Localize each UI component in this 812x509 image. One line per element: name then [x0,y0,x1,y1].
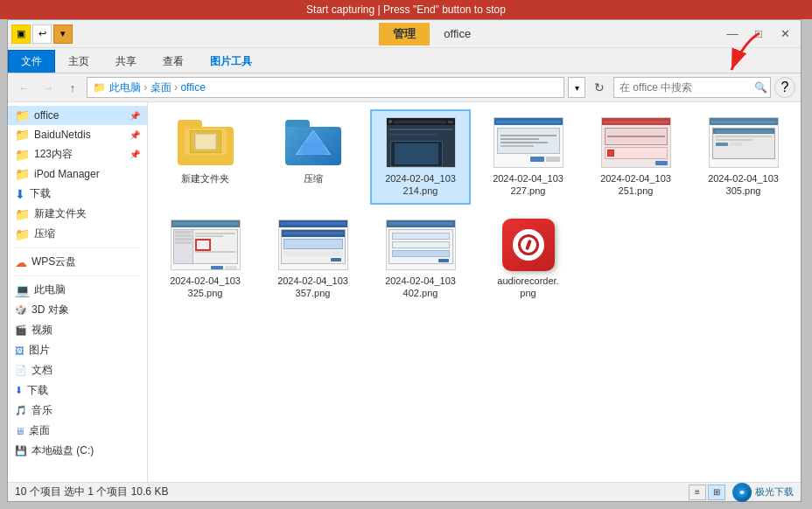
sidebar-item-download1[interactable]: ⬇ 下载 [8,184,147,204]
file-name: 2024-02-04_103357.png [277,275,348,300]
sidebar-label: 下载 [27,383,140,398]
sidebar-label: office [34,109,123,122]
back-button[interactable]: ← [13,77,34,98]
tab-view[interactable]: 查看 [150,50,197,73]
breadcrumb-pc[interactable]: 此电脑 [109,81,141,94]
folder-icon: 🎲 [15,304,27,316]
status-bar: 10 个项目 选中 1 个项目 10.6 KB ≡ ⊞ 极光下载 [8,482,801,501]
address-dropdown[interactable]: ▾ [568,77,585,98]
sidebar-item-download2[interactable]: ⬇ 下载 [8,380,147,401]
file-item-compress[interactable]: 压缩 [262,109,363,205]
sidebar-item-wps[interactable]: ☁ WPS云盘 [8,252,147,272]
title-btn-2[interactable]: ↩ [32,24,52,44]
file-thumbnail [278,219,348,271]
view-btn-grid[interactable]: ⊞ [708,485,725,500]
close-button[interactable]: ✕ [773,24,797,44]
folder-icon: 📁 [15,128,30,142]
folder-icon: 📁 [15,108,30,122]
sidebar-label: 视频 [32,323,140,338]
address-area: ← → ↑ 📁 此电脑 › 桌面 › office ▾ ↻ 🔍 ? [8,73,801,102]
view-btn-list[interactable]: ≡ [689,485,706,500]
folder-icon: 📁 [15,148,30,162]
management-tab: 管理 [379,23,430,45]
file-thumbnail [171,219,241,271]
breadcrumb-desktop[interactable]: 桌面 [150,81,172,94]
title-btn-1[interactable]: ▣ [11,24,31,44]
sidebar-item-ipod[interactable]: 📁 iPod Manager [8,164,147,184]
sidebar-item-3d[interactable]: 🎲 3D 对象 [8,300,147,320]
audio-icon [502,219,555,271]
title-bar-left: ▣ ↩ ▾ [8,24,73,44]
breadcrumb-office[interactable]: office [180,81,205,94]
tab-share[interactable]: 共享 [102,50,150,73]
file-item-newfolder[interactable]: 新建文件夹 [155,109,256,205]
sidebar-item-thispc[interactable]: 💻 此电脑 [8,280,147,300]
sidebar-label: 压缩 [34,227,140,241]
minimize-button[interactable]: — [720,24,745,44]
file-name: 2024-02-04_103251.png [600,172,671,198]
sidebar-label: 本地磁盘 (C:) [32,443,140,458]
sidebar-item-123[interactable]: 📁 123内容 📌 [8,144,147,164]
sidebar-item-music[interactable]: 🎵 音乐 [8,401,147,421]
file-item-screenshot2[interactable]: 2024-02-04_103227.png [478,109,578,205]
main-content: 📁 office 📌 📁 BaiduNetdis 📌 📁 123内容 📌 📁 i… [8,102,801,482]
screenshot-preview [709,117,779,168]
documents-icon: 📄 [15,365,27,376]
sidebar-label: 123内容 [34,147,123,162]
tab-home[interactable]: 主页 [55,50,102,73]
pin-icon: 📌 [130,130,140,140]
view-buttons: ≡ ⊞ [689,485,725,500]
title-btn-3[interactable]: ▾ [53,24,73,44]
sidebar-label: 此电脑 [34,282,140,297]
forward-button[interactable]: → [38,77,59,98]
file-item-screenshot7[interactable]: 2024-02-04_103402.png [370,212,471,307]
file-item-screenshot3[interactable]: 2024-02-04_103251.png [585,109,686,205]
help-button[interactable]: ? [774,77,795,98]
music-icon: 🎵 [15,405,27,416]
sidebar-label: 3D 对象 [32,303,140,317]
maximize-button[interactable]: □ [746,24,771,44]
sidebar-item-desktop[interactable]: 🖥 桌面 [8,421,147,441]
tab-picture-tools[interactable]: 图片工具 [197,50,265,73]
sidebar-item-office[interactable]: 📁 office 📌 [8,106,147,125]
file-name: 2024-02-04_103214.png [385,172,456,198]
sidebar-label: 图片 [29,343,140,358]
file-name: audiorecorder.png [497,275,558,300]
sidebar-label: 下载 [30,186,140,201]
file-item-screenshot5[interactable]: 2024-02-04_103325.png [155,212,256,307]
sidebar-item-video[interactable]: 🎬 视频 [8,320,147,340]
address-bar[interactable]: 📁 此电脑 › 桌面 › office [87,77,564,98]
search-bar[interactable]: 🔍 [613,77,771,98]
breadcrumb: 此电脑 › 桌面 › office [109,80,206,95]
explorer-window: ▣ ↩ ▾ 管理 office — □ ✕ 文件 主页 共享 查看 图片工具 ←… [7,19,802,502]
folder-icon: 📁 [15,167,30,181]
sidebar-label: WPS云盘 [32,254,140,269]
pin-icon: 📌 [130,150,140,159]
search-input[interactable] [620,81,751,94]
file-item-screenshot6[interactable]: 2024-02-04_103357.png [262,212,363,307]
management-tab-label[interactable]: 管理 [379,23,430,45]
breadcrumb-sep1: › [144,81,150,94]
jiguang-icon [732,483,752,502]
status-right: ≡ ⊞ 极光下载 [689,483,794,502]
ribbon: 文件 主页 共享 查看 图片工具 [8,48,801,73]
screenshot-preview [386,117,456,168]
sidebar-item-documents[interactable]: 📄 文档 [8,360,147,380]
file-item-screenshot4[interactable]: 2024-02-04_103305.png [693,109,794,205]
status-info: 10 个项目 选中 1 个项目 10.6 KB [15,485,168,499]
search-icon[interactable]: 🔍 [754,81,767,94]
sidebar-label: 新建文件夹 [34,206,140,221]
sidebar-label: 文档 [32,363,140,378]
folder-icon: 📁 [15,207,30,221]
refresh-button[interactable]: ↻ [589,77,610,98]
sidebar-item-baidunetdis[interactable]: 📁 BaiduNetdis 📌 [8,125,147,144]
sidebar-item-compress[interactable]: 📁 压缩 [8,224,147,244]
file-item-screenshot1[interactable]: 2024-02-04_103214.png [370,109,471,205]
up-button[interactable]: ↑ [62,77,83,98]
folder-visual [285,120,341,165]
tab-file[interactable]: 文件 [8,50,55,73]
sidebar-item-newfolder[interactable]: 📁 新建文件夹 [8,204,147,224]
file-item-audiorecorder[interactable]: audiorecorder.png [478,212,578,307]
sidebar-item-cdrive[interactable]: 💾 本地磁盘 (C:) [8,441,147,461]
sidebar-item-pictures[interactable]: 🖼 图片 [8,340,147,360]
